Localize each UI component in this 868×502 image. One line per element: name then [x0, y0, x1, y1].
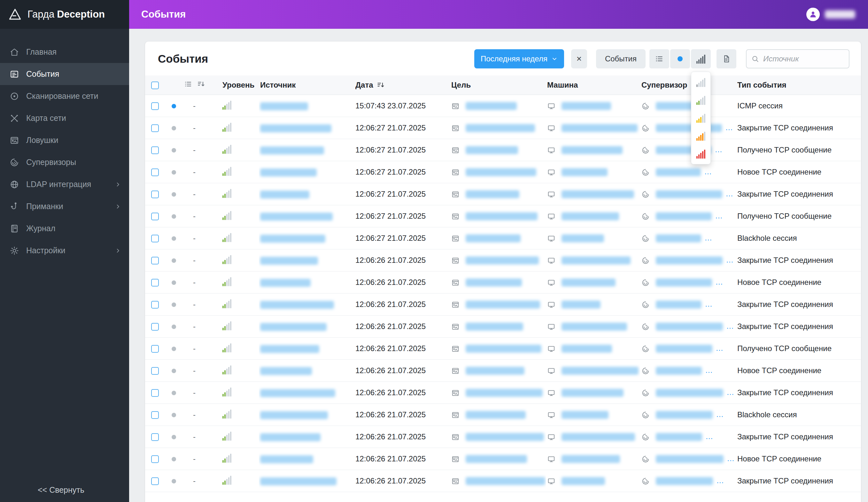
machine-redacted — [561, 300, 600, 309]
user-avatar[interactable] — [806, 8, 820, 21]
row-checkbox[interactable] — [151, 389, 159, 397]
clear-filter-button[interactable]: × — [571, 49, 587, 69]
row-dash-value: - — [184, 344, 196, 353]
row-checkbox[interactable] — [151, 257, 159, 264]
list-view-button[interactable] — [649, 49, 669, 69]
event-date: 12:06:27 21.07.2025 — [355, 167, 426, 176]
event-type: Закрытие TCP соединения — [737, 432, 833, 441]
supervisor-redacted — [656, 411, 713, 419]
table-row[interactable]: - 15:07:43 23.07.2025 ICMP сессия — [145, 95, 861, 117]
table-row[interactable]: - 12:06:26 21.07.2025 … Новое TCP соедин… — [145, 271, 861, 293]
sidebar-item-ldap[interactable]: LDAP интеграция — [0, 173, 129, 195]
row-checkbox[interactable] — [151, 433, 159, 441]
source-redacted — [260, 168, 317, 176]
level-option-4[interactable] — [691, 127, 711, 145]
level-option-1[interactable] — [691, 73, 711, 91]
row-dash-value: - — [184, 454, 196, 463]
row-checkbox[interactable] — [151, 102, 159, 110]
table-row[interactable]: - 12:06:27 21.07.2025 … Закрытие TCP сое… — [145, 117, 861, 139]
row-checkbox[interactable] — [151, 478, 159, 485]
monitor-icon — [547, 146, 556, 154]
sidebar-item-network-map[interactable]: Карта сети — [0, 107, 129, 129]
level-3-icon — [696, 113, 705, 123]
table-row[interactable]: - 12:06:27 21.07.2025 … Получено TCP соо… — [145, 139, 861, 161]
table-row[interactable]: - 12:06:26 21.07.2025 … Получено TCP соо… — [145, 337, 861, 359]
level-option-2[interactable] — [691, 91, 711, 109]
supervisor-icon — [641, 256, 650, 265]
table-row[interactable]: - 12:06:26 21.07.2025 … Закрытие TCP сое… — [145, 470, 861, 492]
row-checkbox[interactable] — [151, 323, 159, 331]
machine-redacted — [561, 168, 608, 176]
sidebar-item-home[interactable]: Главная — [0, 41, 129, 63]
table-row[interactable]: - 12:06:26 21.07.2025 … Закрытие TCP сое… — [145, 381, 861, 403]
sidebar-item-supervisors[interactable]: Супервизоры — [0, 151, 129, 173]
user-area[interactable] — [806, 8, 855, 21]
monitor-icon — [547, 102, 556, 110]
source-redacted — [260, 301, 334, 309]
sort-icon[interactable] — [197, 80, 205, 88]
level-option-5[interactable] — [691, 145, 711, 163]
period-filter-button[interactable]: Последняя неделя — [474, 49, 564, 69]
table-row[interactable]: - 12:06:26 21.07.2025 … Новое TCP соедин… — [145, 448, 861, 470]
row-checkbox[interactable] — [151, 367, 159, 375]
truncation-ellipsis: … — [727, 454, 734, 463]
level-option-3[interactable] — [691, 109, 711, 127]
table-row[interactable]: - 12:06:27 21.07.2025 … Закрытие TCP сое… — [145, 183, 861, 205]
select-all-checkbox[interactable] — [151, 82, 159, 89]
table-row[interactable]: - 12:06:27 21.07.2025 … Blackhole сессия — [145, 227, 861, 249]
row-checkbox[interactable] — [151, 411, 159, 419]
sort-active-icon[interactable] — [376, 81, 385, 89]
row-checkbox[interactable] — [151, 279, 159, 287]
view-toggle-group — [649, 49, 711, 69]
table-row[interactable]: - 12:06:27 21.07.2025 … Получено TCP соо… — [145, 205, 861, 227]
target-redacted — [466, 300, 540, 309]
truncation-ellipsis: … — [705, 432, 713, 441]
monitor-icon — [547, 212, 556, 221]
row-checkbox[interactable] — [151, 235, 159, 242]
report-button[interactable] — [716, 49, 736, 69]
list-icon[interactable] — [184, 80, 193, 88]
monitor-icon — [547, 124, 556, 132]
machine-redacted — [561, 345, 612, 353]
row-checkbox[interactable] — [151, 124, 159, 132]
table-row[interactable]: - 12:06:26 21.07.2025 … Blackhole сессия — [145, 403, 861, 426]
row-checkbox[interactable] — [151, 146, 159, 154]
chevron-right-icon — [114, 247, 122, 254]
row-checkbox[interactable] — [151, 455, 159, 463]
source-redacted — [260, 213, 333, 221]
period-filter-label: Последняя неделя — [480, 54, 547, 63]
sidebar-item-events[interactable]: События — [0, 63, 129, 85]
row-checkbox[interactable] — [151, 345, 159, 353]
event-type: Получено TCP сообщение — [737, 344, 831, 353]
table-row[interactable]: - 12:06:26 21.07.2025 … Закрытие TCP сое… — [145, 293, 861, 315]
table-row[interactable]: - 12:06:26 21.07.2025 … Закрытие TCP сое… — [145, 315, 861, 337]
table-row[interactable]: - 12:06:26 21.07.2025 … Закрытие TCP сое… — [145, 249, 861, 271]
sidebar-item-journal[interactable]: Журнал — [0, 217, 129, 239]
row-checkbox[interactable] — [151, 301, 159, 309]
unread-filter-button[interactable] — [670, 49, 690, 69]
supervisor-icon — [641, 433, 650, 441]
supervisor-redacted — [656, 300, 702, 309]
search-input[interactable] — [763, 54, 844, 63]
event-type: Новое TCP соединение — [737, 167, 822, 176]
sidebar-collapse-button[interactable]: << Свернуть — [0, 485, 129, 502]
window-icon — [451, 300, 459, 309]
row-checkbox[interactable] — [151, 191, 159, 198]
source-redacted — [260, 455, 313, 463]
source-redacted — [260, 433, 321, 441]
table-row[interactable]: - 12:06:26 21.07.2025 … Новое TCP соедин… — [145, 359, 861, 381]
table-row[interactable]: - 12:06:26 21.07.2025 … Закрытие TCP сое… — [145, 426, 861, 448]
sidebar-item-lures[interactable]: Приманки — [0, 195, 129, 217]
col-machine: Машина — [546, 75, 640, 95]
table-row[interactable]: - 12:06:27 21.07.2025 … Новое TCP соедин… — [145, 161, 861, 183]
person-icon — [808, 10, 817, 19]
sidebar-item-network-scan[interactable]: Сканирование сети — [0, 85, 129, 107]
sidebar-item-label: LDAP интеграция — [26, 180, 91, 189]
row-checkbox[interactable] — [151, 168, 159, 176]
row-checkbox[interactable] — [151, 213, 159, 220]
sidebar-item-settings[interactable]: Настройки — [0, 239, 129, 262]
row-dash-value: - — [184, 410, 196, 419]
level-filter-button[interactable] — [691, 49, 711, 69]
events-filter-button[interactable]: События — [596, 49, 645, 69]
sidebar-item-traps[interactable]: Ловушки — [0, 129, 129, 151]
